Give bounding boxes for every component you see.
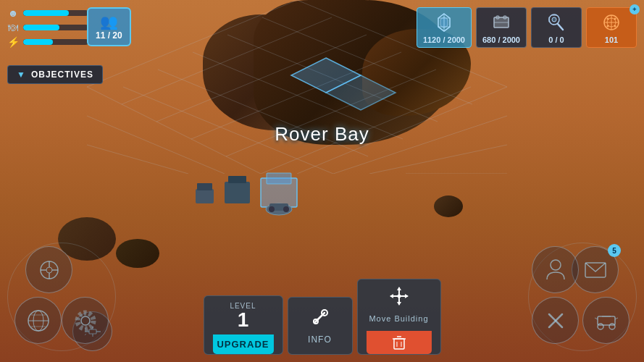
population-icon: 👥 xyxy=(100,13,118,30)
crosshair-button[interactable] xyxy=(25,246,72,293)
svg-marker-60 xyxy=(397,302,401,306)
action-panel: LEVEL 1 UPGRADE INFO xyxy=(203,279,440,355)
left-controls xyxy=(7,235,123,351)
food-row: 🍽 xyxy=(7,22,88,33)
silver-resource: 680 / 2000 xyxy=(476,7,527,48)
food-bar-bg xyxy=(23,25,88,30)
research-resource: 0 / 0 xyxy=(531,7,582,48)
population-count: 11 / 20 xyxy=(96,30,122,41)
special-resource: + 101 xyxy=(586,7,637,48)
gear-button[interactable] xyxy=(62,297,109,344)
stats-panel: ☻ 🍽 ⚡ xyxy=(7,7,88,48)
power-bar-fill xyxy=(23,39,53,45)
svg-rect-38 xyxy=(503,16,506,19)
move-building-label: Move Building xyxy=(366,314,431,324)
power-bar-bg xyxy=(23,39,88,45)
svg-line-1 xyxy=(122,17,332,104)
upgrade-bar[interactable]: UPGRADE xyxy=(212,334,273,354)
svg-line-8 xyxy=(369,145,507,174)
svg-line-56 xyxy=(314,320,317,323)
power-icon: ⚡ xyxy=(7,36,19,48)
svg-rect-26 xyxy=(267,173,291,184)
svg-rect-23 xyxy=(225,182,250,203)
health-row: ☻ xyxy=(7,7,88,19)
level-number: 1 xyxy=(238,310,249,330)
svg-rect-64 xyxy=(394,339,404,349)
svg-rect-22 xyxy=(197,183,212,190)
food-bar-fill xyxy=(23,25,59,30)
wrench-icon xyxy=(309,307,330,332)
minerals-icon xyxy=(432,11,456,34)
svg-point-88 xyxy=(78,313,93,329)
move-building-button[interactable]: Move Building xyxy=(356,279,440,355)
svg-point-29 xyxy=(269,206,275,212)
power-row: ⚡ xyxy=(7,36,88,48)
plus-badge: + xyxy=(630,4,640,14)
profile-button[interactable] xyxy=(532,246,579,293)
info-label: INFO xyxy=(308,334,332,345)
svg-point-92 xyxy=(598,324,603,329)
svg-point-51 xyxy=(607,25,609,28)
rock-6 xyxy=(434,195,463,217)
svg-line-16 xyxy=(87,87,261,174)
svg-line-18 xyxy=(87,145,188,174)
delete-bar[interactable] xyxy=(366,331,431,354)
minerals-value: 1120 / 2000 xyxy=(423,35,465,44)
svg-rect-21 xyxy=(196,189,214,203)
health-icon: ☻ xyxy=(7,7,19,19)
info-button[interactable]: INFO xyxy=(287,297,352,355)
svg-point-87 xyxy=(81,316,90,325)
objectives-label: OBJECTIVES xyxy=(31,70,93,80)
building-label: Rover Bay xyxy=(275,123,369,146)
svg-line-17 xyxy=(87,116,225,174)
health-bar-bg xyxy=(23,10,88,16)
building-structures xyxy=(188,167,333,228)
objectives-panel[interactable]: ▼ OBJECTIVES xyxy=(7,65,103,84)
upgrade-button[interactable]: LEVEL 1 UPGRADE xyxy=(203,295,283,355)
svg-marker-61 xyxy=(390,294,393,298)
minerals-resource: 1120 / 2000 xyxy=(417,7,472,48)
resource-bar: 1120 / 2000 680 / 2000 0 / 0 + xyxy=(417,7,637,48)
mail-count: 5 xyxy=(608,244,621,257)
svg-rect-24 xyxy=(228,176,246,183)
svg-point-93 xyxy=(609,324,615,329)
globe-button[interactable] xyxy=(14,297,62,344)
population-badge: 👥 11 / 20 xyxy=(87,7,131,46)
svg-point-63 xyxy=(397,294,401,298)
move-icon xyxy=(388,285,410,311)
special-value: 101 xyxy=(605,35,618,44)
special-icon xyxy=(600,11,623,34)
research-value: 0 / 0 xyxy=(548,35,564,44)
svg-marker-59 xyxy=(397,287,401,290)
svg-marker-62 xyxy=(405,294,409,298)
research-icon xyxy=(545,11,568,34)
svg-point-50 xyxy=(614,18,616,20)
food-icon: 🍽 xyxy=(7,22,19,33)
tools-button[interactable] xyxy=(532,297,579,344)
right-controls: 5 xyxy=(528,235,637,351)
objectives-arrow-icon: ▼ xyxy=(17,70,25,80)
silver-value: 680 / 2000 xyxy=(482,35,520,44)
svg-point-52 xyxy=(614,25,616,28)
svg-point-90 xyxy=(551,260,561,270)
svg-point-49 xyxy=(607,18,609,20)
svg-line-42 xyxy=(558,24,563,30)
svg-point-41 xyxy=(552,17,556,22)
silver-icon xyxy=(490,11,513,34)
health-bar-fill xyxy=(23,10,69,16)
svg-point-75 xyxy=(46,267,52,273)
svg-rect-37 xyxy=(496,16,499,19)
svg-point-30 xyxy=(283,206,289,212)
rover-button[interactable] xyxy=(582,297,630,344)
